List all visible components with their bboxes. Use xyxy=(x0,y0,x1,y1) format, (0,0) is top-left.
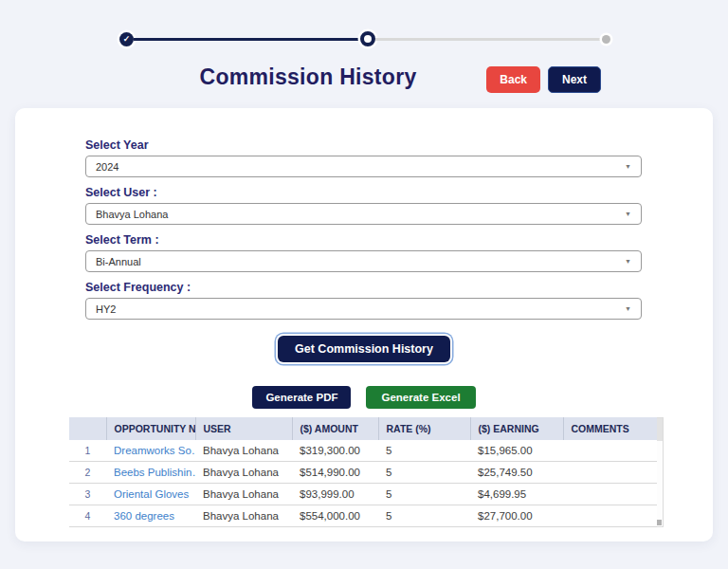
frequency-label: Select Frequency : xyxy=(85,281,642,294)
step-upcoming-node xyxy=(602,35,610,44)
row-comments xyxy=(563,462,657,484)
next-button[interactable]: Next xyxy=(548,66,601,93)
progress-stepper: ✓ xyxy=(119,31,610,46)
col-header-opportunity: OPPORTUNITY N… xyxy=(106,417,195,440)
check-icon: ✓ xyxy=(123,34,131,44)
term-select[interactable]: Bi-Annual ▼ xyxy=(85,250,642,272)
col-header-earning: ($) EARNING xyxy=(470,417,563,440)
col-header-rate: RATE (%) xyxy=(378,417,470,440)
row-amount: $554,000.00 xyxy=(292,505,378,527)
table-row: 4 360 degrees Bhavya Lohana $554,000.00 … xyxy=(69,505,657,527)
row-index: 4 xyxy=(69,505,106,527)
row-earning: $4,699.95 xyxy=(470,484,563,505)
col-header-comments: COMMENTS xyxy=(563,417,657,440)
commission-table: OPPORTUNITY N… USER ($) AMOUNT RATE (%) … xyxy=(69,417,657,527)
stepper-line-complete xyxy=(134,38,360,41)
row-comments xyxy=(563,484,657,505)
row-amount: $514,990.00 xyxy=(292,462,378,484)
col-header-index xyxy=(69,417,106,440)
row-user: Bhavya Lohana xyxy=(195,440,292,462)
user-select-value: Bhavya Lohana xyxy=(96,209,168,220)
row-comments xyxy=(563,440,657,462)
table-header-row: OPPORTUNITY N… USER ($) AMOUNT RATE (%) … xyxy=(69,417,657,440)
back-button[interactable]: Back xyxy=(486,66,540,93)
table-scrollbar[interactable] xyxy=(657,417,664,527)
row-rate: 5 xyxy=(378,505,470,527)
header-buttons: Back Next xyxy=(486,66,601,93)
scrollbar-header-cap xyxy=(657,418,663,441)
generate-pdf-button[interactable]: Generate PDF xyxy=(252,386,351,409)
row-amount: $93,999.00 xyxy=(292,484,378,505)
generate-excel-button[interactable]: Generate Excel xyxy=(366,386,475,409)
stepper-line-upcoming xyxy=(375,38,602,41)
row-comments xyxy=(563,505,657,527)
col-header-user: USER xyxy=(195,417,292,440)
row-rate: 5 xyxy=(378,440,470,462)
opportunity-link[interactable]: Dreamworks So… xyxy=(106,440,195,462)
page-header: Commission History Back Next xyxy=(0,64,728,95)
row-earning: $27,700.00 xyxy=(470,505,563,527)
scrollbar-thumb[interactable] xyxy=(657,520,662,525)
step-current-node xyxy=(360,31,375,46)
row-index: 3 xyxy=(69,484,106,505)
opportunity-link[interactable]: Beebs Publishin… xyxy=(106,462,195,484)
frequency-select[interactable]: HY2 ▼ xyxy=(85,298,642,320)
row-user: Bhavya Lohana xyxy=(195,462,292,484)
filter-form: Select Year 2024 ▼ Select User : Bhavya … xyxy=(85,138,642,320)
user-label: Select User : xyxy=(85,186,642,199)
step-complete-node: ✓ xyxy=(119,32,134,46)
col-header-amount: ($) AMOUNT xyxy=(292,417,378,440)
term-select-value: Bi-Annual xyxy=(96,256,141,267)
commission-table-wrap: OPPORTUNITY N… USER ($) AMOUNT RATE (%) … xyxy=(69,417,713,527)
row-user: Bhavya Lohana xyxy=(195,505,292,527)
opportunity-link[interactable]: 360 degrees xyxy=(106,505,195,527)
frequency-select-value: HY2 xyxy=(96,303,116,315)
table-row: 3 Oriental Gloves Bhavya Lohana $93,999.… xyxy=(69,484,657,505)
table-row: 1 Dreamworks So… Bhavya Lohana $319,300.… xyxy=(69,440,657,462)
user-select[interactable]: Bhavya Lohana ▼ xyxy=(85,203,642,225)
chevron-down-icon: ▼ xyxy=(625,258,631,265)
year-select-value: 2024 xyxy=(96,161,118,173)
commission-history-card: Select Year 2024 ▼ Select User : Bhavya … xyxy=(15,108,713,541)
row-earning: $25,749.50 xyxy=(470,462,563,484)
row-rate: 5 xyxy=(378,462,470,484)
term-label: Select Term : xyxy=(85,233,642,247)
chevron-down-icon: ▼ xyxy=(625,305,631,312)
year-select[interactable]: 2024 ▼ xyxy=(85,156,642,177)
get-history-row: Get Commission History xyxy=(15,336,713,362)
chevron-down-icon: ▼ xyxy=(625,163,631,170)
opportunity-link[interactable]: Oriental Gloves xyxy=(106,484,195,505)
row-amount: $319,300.00 xyxy=(292,440,378,462)
year-label: Select Year xyxy=(85,138,642,152)
table-row: 2 Beebs Publishin… Bhavya Lohana $514,99… xyxy=(69,462,657,484)
row-index: 1 xyxy=(69,440,106,462)
get-commission-history-button[interactable]: Get Commission History xyxy=(278,336,450,362)
row-rate: 5 xyxy=(378,484,470,505)
chevron-down-icon: ▼ xyxy=(625,211,631,217)
row-earning: $15,965.00 xyxy=(470,440,563,462)
row-index: 2 xyxy=(69,462,106,484)
generate-row: Generate PDF Generate Excel xyxy=(15,386,713,409)
row-user: Bhavya Lohana xyxy=(195,484,292,505)
